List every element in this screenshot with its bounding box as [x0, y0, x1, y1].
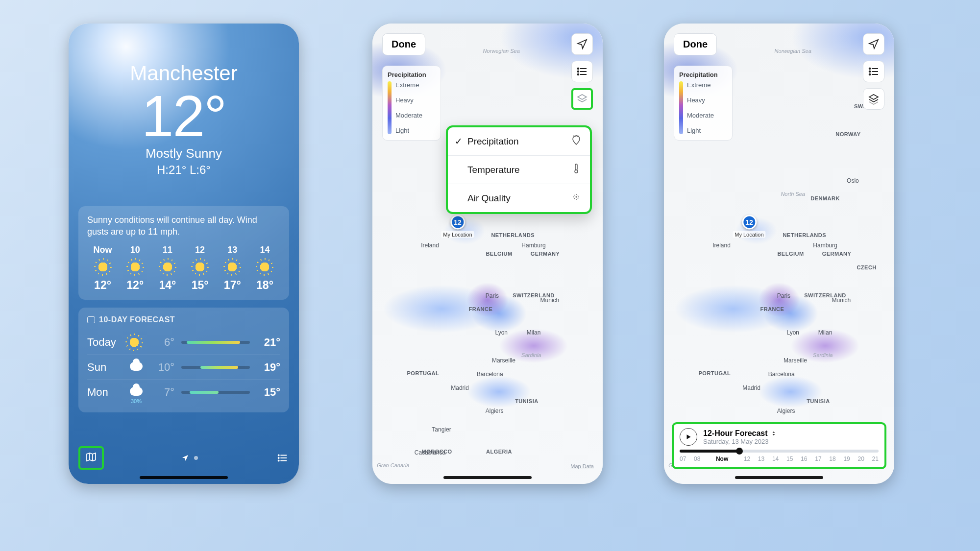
- locate-me-button[interactable]: [571, 33, 593, 55]
- svg-point-19: [574, 195, 575, 196]
- svg-point-27: [869, 74, 871, 75]
- low-temp: 10°: [151, 361, 174, 374]
- sun-icon: [129, 261, 141, 273]
- condition-text: Mostly Sunny: [69, 146, 299, 161]
- calendar-icon: [87, 316, 95, 323]
- svg-point-6: [578, 68, 579, 70]
- svg-point-0: [278, 455, 279, 455]
- layer-menu-item[interactable]: Temperature: [448, 155, 590, 184]
- hour-label: 14: [260, 245, 270, 255]
- forecast-day-row[interactable]: Sun 10° 19°: [87, 355, 280, 380]
- timeline-tick: 08: [694, 455, 700, 462]
- timeline-tick: 12: [744, 455, 750, 462]
- map-label: Norwegian Sea: [775, 48, 811, 54]
- map-label: CZECH: [857, 264, 876, 270]
- svg-rect-12: [575, 164, 577, 170]
- map-label: Sardinia: [813, 352, 833, 358]
- legend-level: Extreme: [687, 81, 714, 89]
- layers-button[interactable]: [863, 88, 884, 110]
- locations-list-icon[interactable]: [275, 453, 289, 463]
- my-location-label: My Location: [441, 231, 474, 238]
- done-button[interactable]: Done: [674, 33, 717, 55]
- rain-chance: 30%: [130, 398, 143, 404]
- hour-column: 13 17°: [219, 245, 246, 292]
- hour-temp: 14°: [159, 279, 176, 292]
- hourly-row[interactable]: Now 12°10 12°11 14°12 15°13 17°14 18°: [87, 245, 280, 292]
- map-label: ALGERIA: [486, 449, 512, 455]
- map-label: Sardinia: [521, 352, 541, 358]
- layer-type-icon: [570, 191, 582, 205]
- svg-point-17: [576, 194, 577, 195]
- layer-label: Air Quality: [467, 193, 570, 204]
- home-indicator: [140, 476, 228, 479]
- play-button[interactable]: [680, 428, 697, 446]
- timeline-title[interactable]: 12-Hour Forecast: [703, 429, 777, 438]
- legend-level: Heavy: [687, 96, 714, 104]
- hour-label: 11: [163, 245, 172, 255]
- hour-temp: 12°: [126, 279, 144, 292]
- page-dot: [194, 456, 198, 460]
- temp-range-bar: [181, 341, 250, 344]
- checkmark-icon: ✓: [455, 136, 467, 147]
- sun-icon: [259, 261, 270, 273]
- sun-icon: [97, 261, 109, 273]
- timeline-knob[interactable]: [736, 448, 743, 455]
- map-icon[interactable]: [84, 451, 98, 463]
- map-data-link[interactable]: Map Data: [570, 463, 594, 469]
- locations-list-button[interactable]: [571, 61, 593, 82]
- layers-icon: [576, 93, 588, 105]
- legend-title: Precipitation: [388, 71, 436, 78]
- locations-list-button[interactable]: [863, 61, 884, 82]
- precipitation-legend: Precipitation ExtremeHeavyModerateLight: [674, 66, 733, 141]
- locate-me-button[interactable]: [863, 33, 884, 55]
- timeline-title-text: 12-Hour Forecast: [703, 429, 768, 438]
- sun-icon: [194, 261, 206, 273]
- layer-type-icon: [570, 163, 582, 177]
- map-label: FRANCE: [760, 306, 784, 312]
- map-label: Hamburg: [813, 204, 837, 249]
- weather-background: Manchester 12° Mostly Sunny H:21° L:6° S…: [69, 24, 299, 484]
- hour-temp: 12°: [94, 279, 111, 292]
- layer-menu-item[interactable]: ✓ Precipitation: [448, 127, 590, 155]
- map-label: Algiers: [486, 369, 504, 414]
- svg-point-13: [575, 170, 578, 173]
- legend-title: Precipitation: [679, 71, 727, 78]
- map-label: TUNISIA: [515, 398, 539, 404]
- timeline-tick: 17: [815, 455, 821, 462]
- timeline-tick: 15: [786, 455, 793, 462]
- my-location-pin[interactable]: 12 My Location: [733, 215, 765, 238]
- layer-menu-highlight: ✓ Precipitation Temperature Air Quality: [446, 125, 592, 214]
- map-label: Algiers: [777, 369, 795, 414]
- legend-gradient: [388, 81, 392, 134]
- hour-temp: 17°: [224, 279, 241, 292]
- map-controls: [863, 33, 884, 110]
- layer-menu-item[interactable]: Air Quality: [448, 184, 590, 212]
- map-button-highlight: [78, 446, 104, 470]
- legend-level: Heavy: [395, 96, 422, 104]
- cloud-icon: [130, 362, 143, 371]
- my-location-pin[interactable]: 12 My Location: [441, 215, 474, 238]
- location-arrow-icon: [181, 454, 189, 462]
- svg-point-4: [278, 460, 279, 461]
- svg-point-23: [869, 68, 871, 70]
- timeline-track[interactable]: [680, 450, 879, 453]
- temp-range-bar: [181, 391, 250, 394]
- day-name: Mon: [87, 386, 122, 399]
- timeline-tick: 14: [772, 455, 779, 462]
- forecast-day-row[interactable]: Mon 30% 7° 15°: [87, 380, 280, 405]
- svg-point-10: [578, 74, 579, 75]
- precipitation-legend: Precipitation ExtremeHeavyModerateLight: [382, 66, 441, 141]
- timeline-progress: [680, 450, 739, 453]
- forecast-day-row[interactable]: Today 6° 21°: [87, 330, 280, 355]
- layers-button-highlight[interactable]: [571, 88, 593, 110]
- high-temp: 15°: [257, 386, 280, 399]
- svg-point-2: [278, 457, 279, 458]
- timeline-tick: 07: [680, 455, 686, 462]
- location-pin-temp: 12: [450, 215, 465, 229]
- hour-temp: 18°: [256, 279, 273, 292]
- map-label: GERMANY: [531, 251, 560, 257]
- svg-point-18: [576, 199, 577, 200]
- map-label: Oslo: [847, 139, 859, 184]
- done-button[interactable]: Done: [382, 33, 425, 55]
- page-indicator[interactable]: [181, 454, 198, 462]
